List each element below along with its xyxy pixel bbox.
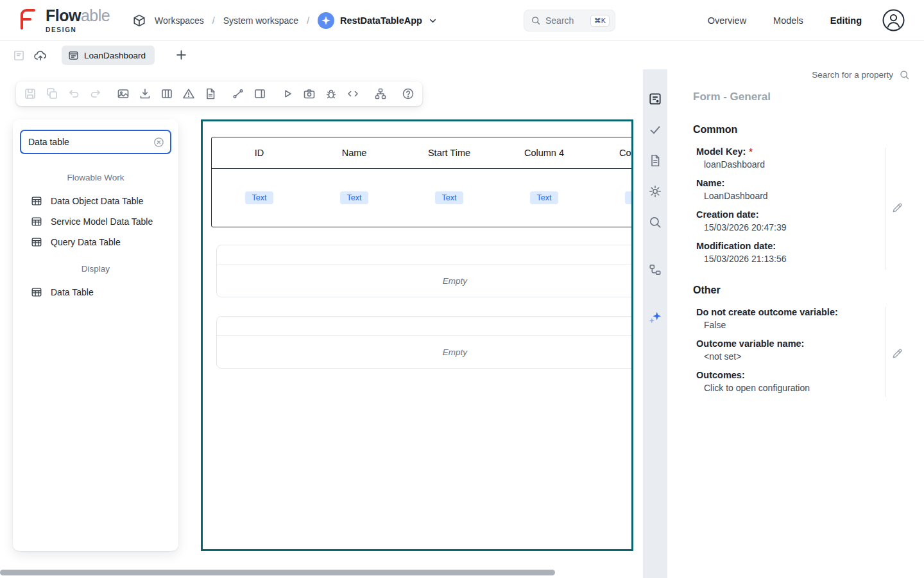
empty-row-placeholder: Empty: [217, 336, 633, 368]
code-icon[interactable]: [346, 87, 359, 100]
editor-toolbar: [16, 82, 422, 106]
help-icon[interactable]: [402, 87, 415, 100]
field-label: Do not create outcome variable:: [696, 306, 884, 319]
column-header[interactable]: Name: [307, 137, 402, 168]
palette-item-data-table[interactable]: Data Table: [13, 282, 178, 302]
user-avatar-icon[interactable]: [882, 9, 905, 31]
app-avatar-icon: [318, 12, 334, 29]
breadcrumb: Workspaces / System workspace / RestData…: [132, 0, 438, 41]
data-table-icon: [31, 195, 42, 207]
horizontal-scrollbar[interactable]: [0, 570, 555, 575]
settings-gear-icon[interactable]: [648, 184, 662, 198]
nav-editing[interactable]: Editing: [830, 15, 862, 26]
import-icon[interactable]: [139, 87, 151, 100]
field-name: Name: LoanDashboard: [696, 177, 884, 202]
empty-row-placeholder: Empty: [217, 265, 633, 297]
copy-icon[interactable]: [46, 87, 58, 100]
field-label: Creation date:: [696, 208, 884, 221]
column-header[interactable]: ID: [212, 137, 307, 168]
required-marker: *: [749, 146, 753, 157]
section-divider: [886, 148, 886, 270]
field-value: 15/03/2026 20:47:39: [696, 221, 884, 234]
text-chip[interactable]: Text: [435, 191, 464, 205]
debug-icon[interactable]: [325, 87, 338, 100]
empty-subform-row[interactable]: Empty: [216, 245, 633, 297]
palette-item-label: Service Model Data Table: [51, 216, 153, 227]
data-table-icon: [31, 216, 42, 227]
empty-subform-row[interactable]: Empty: [216, 316, 633, 369]
field-label: Outcome variable name:: [696, 337, 884, 350]
column-header[interactable]: Start Time: [402, 137, 497, 168]
undo-icon[interactable]: [67, 87, 80, 100]
camera-icon[interactable]: [303, 87, 316, 100]
palette-item-label: Data Object Data Table: [51, 196, 144, 206]
common-fields: Model Key:* loanDashboard Name: LoanDash…: [696, 145, 884, 271]
table-cell: Text: [497, 169, 592, 227]
tab-loan-dashboard[interactable]: LoanDashboard: [62, 46, 155, 65]
nav-models[interactable]: Models: [773, 15, 803, 26]
columns-icon[interactable]: [160, 87, 173, 100]
redo-icon[interactable]: [89, 87, 102, 100]
flowable-logo-icon: [17, 7, 40, 31]
validate-document-icon[interactable]: [204, 87, 217, 100]
text-chip[interactable]: Text: [625, 191, 633, 205]
ai-sparkles-icon[interactable]: [648, 310, 662, 324]
search-panel-icon[interactable]: [648, 215, 662, 229]
breadcrumb-workspaces[interactable]: Workspaces: [155, 15, 204, 26]
data-table-icon: [31, 236, 42, 248]
global-search[interactable]: ⌘K: [524, 10, 615, 31]
mapping-icon[interactable]: [232, 87, 244, 100]
data-table-component[interactable]: ID Name Start Time Column 4 Column 5 Tex…: [211, 137, 633, 227]
breadcrumb-app[interactable]: RestDataTableApp: [318, 12, 438, 29]
palette-search-input[interactable]: [28, 137, 153, 147]
image-icon[interactable]: [117, 87, 130, 100]
table-cell: Text: [402, 169, 497, 227]
empty-row-header: [217, 245, 633, 265]
hierarchy-icon[interactable]: [374, 87, 387, 100]
brand-subtitle: DESIGN: [46, 26, 110, 33]
field-label: Model Key:: [696, 146, 746, 157]
data-table-body-row: Text Text Text Text Text: [212, 169, 633, 227]
model-hierarchy-icon[interactable]: [648, 263, 662, 277]
attributes-panel-icon[interactable]: [648, 92, 662, 106]
column-header[interactable]: Column 4: [497, 137, 592, 168]
field-label: Outcomes:: [696, 369, 884, 381]
text-chip[interactable]: Text: [530, 191, 559, 205]
tab-label: LoanDashboard: [84, 51, 146, 60]
search-icon: [531, 15, 541, 26]
save-icon[interactable]: [24, 87, 37, 100]
nav-overview[interactable]: Overview: [708, 15, 746, 26]
edit-common-icon[interactable]: [891, 202, 903, 214]
search-icon: [899, 69, 910, 80]
clear-search-icon[interactable]: [153, 136, 165, 148]
text-chip[interactable]: Text: [245, 191, 274, 205]
field-creation-date: Creation date: 15/03/2026 20:47:39: [696, 208, 884, 234]
edit-other-icon[interactable]: [891, 347, 903, 360]
palette-item-data-object-data-table[interactable]: Data Object Data Table: [13, 191, 178, 211]
column-header[interactable]: Column 5: [592, 137, 633, 168]
selected-component-frame[interactable]: ID Name Start Time Column 4 Column 5 Tex…: [201, 119, 633, 551]
breadcrumb-workspace[interactable]: System workspace: [223, 15, 298, 26]
palette-search[interactable]: [20, 130, 171, 154]
property-search[interactable]: Search for a property: [812, 69, 910, 80]
palette-item-service-model-data-table[interactable]: Service Model Data Table: [13, 211, 178, 232]
versions-icon: [13, 49, 25, 62]
warning-icon[interactable]: [182, 87, 195, 100]
properties-panel: Search for a property Form - General Com…: [667, 41, 924, 578]
table-cell: Text: [307, 169, 402, 227]
palette-section-title: Display: [13, 264, 178, 274]
global-search-input[interactable]: [545, 15, 583, 26]
flowable-logo[interactable]: Flowable DESIGN: [17, 7, 110, 33]
text-chip[interactable]: Text: [340, 191, 369, 205]
form-canvas[interactable]: Flowable Work Data Object Data Table Ser…: [0, 69, 643, 578]
publish-cloud-icon[interactable]: [33, 49, 47, 62]
palette-item-query-data-table[interactable]: Query Data Table: [13, 232, 178, 252]
documentation-icon[interactable]: [648, 153, 662, 168]
empty-row-header: [217, 317, 633, 336]
add-tab-icon[interactable]: [175, 48, 188, 62]
outcomes-config-link[interactable]: Click to open configuration: [696, 381, 884, 394]
side-panel-icon[interactable]: [253, 87, 266, 100]
validation-check-icon[interactable]: [648, 123, 662, 137]
play-icon[interactable]: [281, 87, 294, 100]
component-palette: Flowable Work Data Object Data Table Ser…: [13, 119, 178, 551]
